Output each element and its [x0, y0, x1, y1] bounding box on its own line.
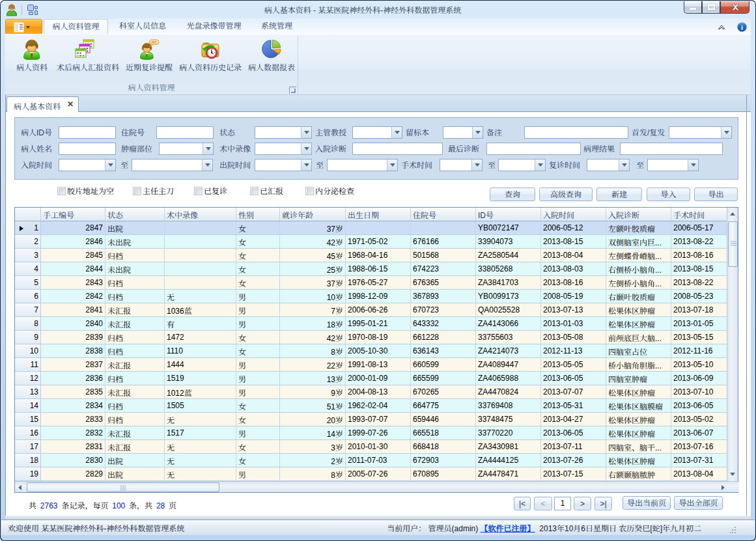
svg-text:i: i [741, 23, 743, 31]
